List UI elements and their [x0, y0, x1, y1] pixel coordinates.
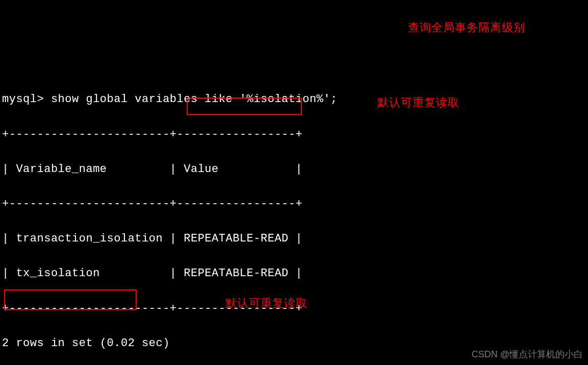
table-separator: +-----------------------+---------------… [2, 196, 588, 213]
table-separator: +-----------------------+---------------… [2, 126, 588, 143]
watermark-text: CSDN @懂点计算机的小白 [472, 348, 583, 362]
annotation-query-global: 查询全局事务隔离级别 [408, 19, 525, 36]
table-row: | tx_isolation | REPEATABLE-READ | [2, 265, 588, 282]
terminal-output: mysql> show global variables like '%isol… [2, 74, 588, 365]
highlight-box-repeatable-read-2 [4, 289, 137, 310]
annotation-default-repeatable-2: 默认可重复读取 [225, 295, 308, 312]
annotation-default-repeatable-1: 默认可重复读取 [377, 94, 459, 111]
table-row: | transaction_isolation | REPEATABLE-REA… [2, 230, 588, 248]
highlight-box-repeatable-read-1 [187, 98, 302, 115]
table-header: | Variable_name | Value | [2, 161, 588, 178]
